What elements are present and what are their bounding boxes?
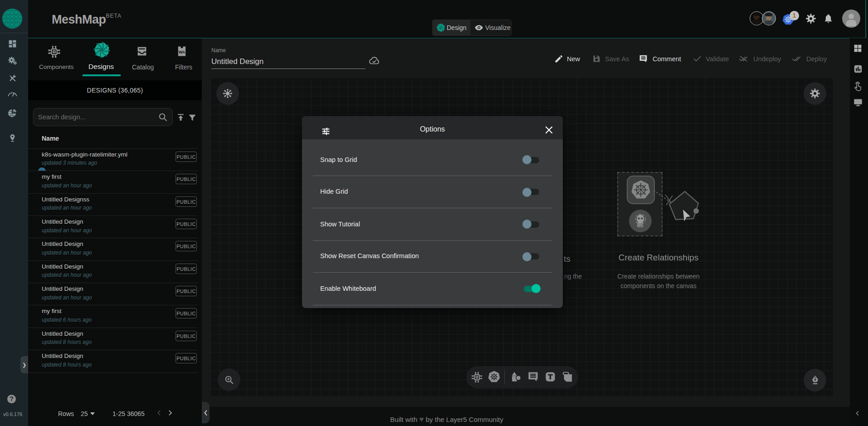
svg-text:WA: WA [179, 50, 185, 54]
